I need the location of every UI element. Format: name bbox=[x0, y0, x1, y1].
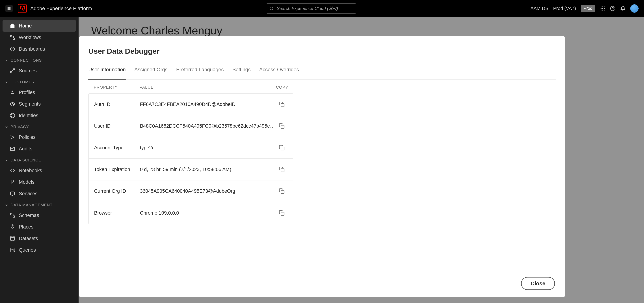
global-search[interactable] bbox=[266, 4, 356, 14]
table-header: PROPERTY VALUE COPY bbox=[88, 85, 556, 93]
chevron-down-icon bbox=[5, 203, 8, 207]
svg-rect-23 bbox=[10, 147, 15, 151]
top-header: Adobe Experience Platform AAM DS Prod (V… bbox=[0, 0, 644, 17]
nav-section-connections[interactable]: CONNECTIONS bbox=[0, 55, 78, 65]
svg-rect-36 bbox=[281, 212, 284, 215]
copy-button[interactable] bbox=[276, 101, 287, 107]
nav-label: Datasets bbox=[19, 236, 38, 241]
user-data-debugger-modal: User Data Debugger User Information Assi… bbox=[79, 36, 565, 297]
nav-label: Identities bbox=[19, 113, 38, 118]
svg-rect-25 bbox=[10, 213, 12, 215]
adobe-icon bbox=[20, 6, 25, 11]
modal-tabs: User Information Assigned Orgs Preferred… bbox=[88, 61, 556, 80]
section-title: CONNECTIONS bbox=[10, 58, 42, 63]
identities-icon bbox=[10, 113, 15, 118]
nav-item-workflows[interactable]: Workflows bbox=[0, 32, 78, 43]
nav-item-models[interactable]: Models bbox=[0, 176, 78, 188]
svg-marker-3 bbox=[23, 6, 25, 11]
nav-label: Workflows bbox=[19, 35, 41, 40]
row-property: Auth ID bbox=[94, 102, 140, 107]
close-button[interactable]: Close bbox=[521, 277, 555, 290]
schemas-icon bbox=[10, 213, 15, 218]
copy-icon bbox=[279, 145, 284, 151]
nav-section-customer[interactable]: CUSTOMER bbox=[0, 77, 78, 87]
nav-item-profiles[interactable]: Profiles bbox=[0, 87, 78, 98]
tab-settings[interactable]: Settings bbox=[232, 61, 251, 80]
row-property: Account Type bbox=[94, 145, 140, 151]
nav-item-services[interactable]: Services bbox=[0, 188, 78, 199]
nav-item-queries[interactable]: Queries bbox=[0, 244, 78, 256]
hamburger-menu-button[interactable] bbox=[6, 5, 13, 12]
nav-section-data-management[interactable]: DATA MANAGEMENT bbox=[0, 199, 78, 209]
segments-icon bbox=[10, 101, 15, 107]
region-label[interactable]: Prod (VA7) bbox=[553, 6, 576, 11]
nav-item-policies[interactable]: Policies bbox=[0, 131, 78, 143]
row-property: Browser bbox=[94, 210, 140, 216]
tab-access-overrides[interactable]: Access Overrides bbox=[259, 61, 299, 80]
row-property: Current Org ID bbox=[94, 188, 140, 194]
nav-label: Places bbox=[19, 224, 34, 230]
table-row: User ID B48C0A1662DCCF540A495FC0@b23578b… bbox=[89, 115, 293, 137]
chevron-down-icon bbox=[5, 125, 8, 129]
section-title: CUSTOMER bbox=[10, 80, 35, 84]
nav-item-sources[interactable]: Sources bbox=[0, 65, 78, 77]
copy-button[interactable] bbox=[276, 123, 287, 129]
tab-user-information[interactable]: User Information bbox=[88, 61, 126, 80]
chevron-down-icon bbox=[5, 80, 8, 84]
workflows-icon bbox=[10, 35, 15, 40]
env-badge: Prod bbox=[580, 5, 595, 12]
svg-rect-20 bbox=[13, 38, 15, 40]
nav-item-schemas[interactable]: Schemas bbox=[0, 209, 78, 221]
user-avatar[interactable] bbox=[630, 4, 638, 13]
queries-icon bbox=[10, 247, 15, 253]
nav-item-home[interactable]: Home bbox=[2, 20, 76, 32]
nav-item-identities[interactable]: Identities bbox=[0, 110, 78, 121]
row-value: B48C0A1662DCCF540A495FC0@b23578be62dcc47… bbox=[140, 123, 276, 129]
nav-section-privacy[interactable]: PRIVACY bbox=[0, 121, 78, 131]
hamburger-icon bbox=[7, 7, 11, 11]
tab-assigned-orgs[interactable]: Assigned Orgs bbox=[134, 61, 168, 80]
svg-point-11 bbox=[601, 8, 602, 9]
adobe-logo[interactable] bbox=[18, 4, 27, 13]
tab-preferred-languages[interactable]: Preferred Languages bbox=[176, 61, 224, 80]
svg-rect-26 bbox=[13, 216, 15, 217]
nav-section-data-science[interactable]: DATA SCIENCE bbox=[0, 155, 78, 165]
nav-label: Dashboards bbox=[19, 46, 45, 52]
models-icon bbox=[10, 179, 15, 185]
apps-switcher-button[interactable] bbox=[600, 6, 605, 11]
notifications-button[interactable] bbox=[620, 6, 626, 11]
bell-icon bbox=[620, 6, 626, 11]
nav-label: Policies bbox=[19, 135, 36, 140]
svg-point-16 bbox=[604, 10, 605, 11]
nav-item-segments[interactable]: Segments bbox=[0, 98, 78, 110]
table-row: Browser Chrome 109.0.0.0 bbox=[89, 202, 293, 224]
section-title: DATA SCIENCE bbox=[10, 158, 41, 163]
nav-label: Services bbox=[19, 191, 38, 196]
search-input[interactable] bbox=[277, 6, 353, 11]
column-header-copy: COPY bbox=[276, 85, 296, 90]
svg-line-7 bbox=[272, 9, 273, 10]
nav-item-audits[interactable]: Audits bbox=[0, 143, 78, 155]
nav-item-places[interactable]: Places bbox=[0, 221, 78, 233]
search-icon bbox=[270, 6, 274, 11]
nav-label: Queries bbox=[19, 247, 36, 253]
nav-item-dashboards[interactable]: Dashboards bbox=[0, 43, 78, 55]
help-button[interactable] bbox=[610, 6, 616, 11]
nav-item-notebooks[interactable]: Notebooks bbox=[0, 165, 78, 176]
svg-point-13 bbox=[604, 8, 605, 9]
nav-label: Notebooks bbox=[19, 168, 42, 173]
debug-table-wrap: PROPERTY VALUE COPY Auth ID FF6A7C3E4FBE… bbox=[88, 85, 556, 224]
org-label[interactable]: AAM DS bbox=[530, 6, 548, 11]
svg-marker-4 bbox=[20, 6, 22, 11]
copy-icon bbox=[279, 101, 284, 107]
svg-rect-24 bbox=[10, 192, 15, 195]
copy-button[interactable] bbox=[276, 188, 287, 194]
nav-item-datasets[interactable]: Datasets bbox=[0, 233, 78, 244]
table-row: Current Org ID 36045A905CA640040A495E73@… bbox=[89, 180, 293, 202]
row-value: 36045A905CA640040A495E73@AdobeOrg bbox=[140, 188, 276, 194]
table-row: Auth ID FF6A7C3E4FBEA2010A490D4D@AdobeID bbox=[89, 94, 293, 115]
copy-button[interactable] bbox=[276, 145, 287, 151]
left-navigation: Home Workflows Dashboards CONNECTIONS So… bbox=[0, 17, 78, 303]
copy-button[interactable] bbox=[276, 166, 287, 172]
copy-button[interactable] bbox=[276, 210, 287, 216]
